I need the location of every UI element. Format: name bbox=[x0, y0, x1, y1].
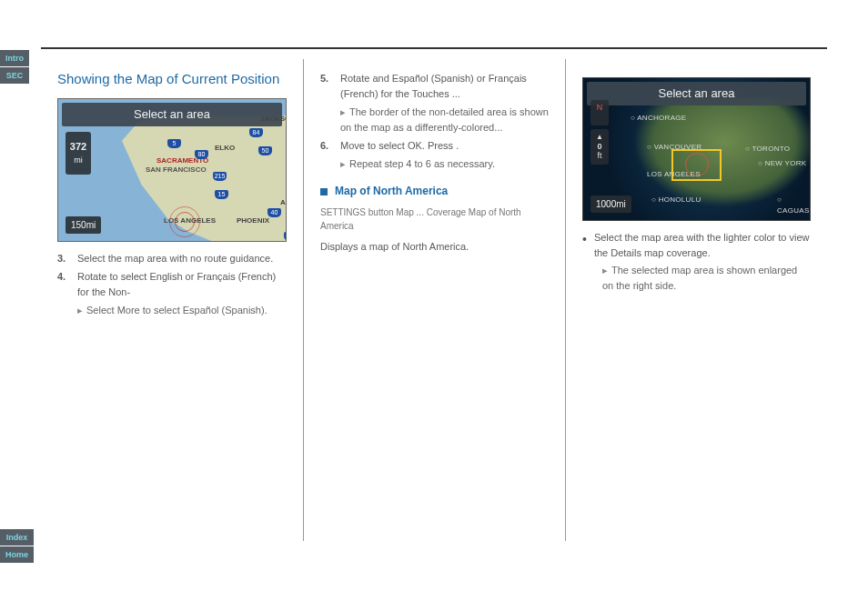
step-4: 4. Rotate to select English or Français … bbox=[57, 269, 287, 300]
map-mock-1: Select an area 372 mi 150mi SACRAMENTO S… bbox=[57, 98, 287, 242]
figure-map-na: Select an area N ▲ 0 ft 1000mi ○ ANCHORA… bbox=[582, 77, 811, 221]
step-3: 3. Select the map area with no route gui… bbox=[57, 251, 287, 266]
step-5-sub: The border of the non-detailed area is s… bbox=[340, 105, 549, 135]
hwy-215: 215 bbox=[213, 172, 227, 181]
col1-heading: Showing the Map of Current Position bbox=[57, 68, 287, 89]
distance-value: 372 bbox=[67, 139, 89, 155]
hwy-40: 40 bbox=[267, 208, 281, 217]
col3-bullet-text: Select the map area with the lighter col… bbox=[594, 230, 811, 261]
label-jackson: JACKSON bbox=[260, 114, 287, 125]
step-5: 5. Rotate and Español (Spanish) or Franç… bbox=[320, 71, 549, 102]
step-6-text: Move to select OK. Press . bbox=[340, 138, 549, 154]
step-5-num: 5. bbox=[320, 71, 335, 102]
col3-arrow-sub: The selected map area is shown enlarged … bbox=[602, 263, 811, 294]
north-body: Displays a map of North America. bbox=[320, 239, 549, 255]
label-honolulu: ○ HONOLULU bbox=[651, 195, 701, 205]
step-3-text: Select the map area with no route guidan… bbox=[77, 251, 287, 266]
figure-map-current: Select an area 372 mi 150mi SACRAMENTO S… bbox=[57, 98, 287, 242]
step-6-sub: Repeat step 4 to 6 as necessary. bbox=[340, 156, 549, 172]
hwy-84: 84 bbox=[249, 128, 263, 137]
map-mock-2: Select an area N ▲ 0 ft 1000mi ○ ANCHORA… bbox=[582, 77, 811, 221]
home-tab[interactable]: Home bbox=[0, 546, 34, 563]
step-4-sub: Select More to select Español (Spanish). bbox=[77, 303, 287, 318]
step-3-num: 3. bbox=[57, 251, 72, 266]
step-6-num: 6. bbox=[320, 138, 335, 154]
intro-tab[interactable]: Intro bbox=[0, 50, 29, 66]
map2-title: Select an area bbox=[587, 82, 806, 105]
label-phoenix: PHOENIX bbox=[237, 215, 269, 226]
step-4-text: Rotate to select English or Français (Fr… bbox=[77, 269, 287, 300]
map2-scale: 1000mi bbox=[590, 195, 631, 214]
cursor-ring-outer bbox=[169, 206, 200, 237]
zoom-value: 0 bbox=[593, 142, 606, 152]
map1-title: Select an area bbox=[62, 103, 282, 126]
label-caguas: ○ CAGUAS bbox=[777, 195, 810, 217]
column-1: Showing the Map of Current Position Sele… bbox=[41, 59, 303, 541]
hwy-50: 50 bbox=[258, 146, 272, 155]
hwy-5: 5 bbox=[167, 139, 181, 148]
hwy-80: 80 bbox=[195, 150, 208, 159]
label-toronto: ○ TORONTO bbox=[745, 144, 790, 155]
distance-unit: mi bbox=[67, 155, 89, 167]
content-columns: Showing the Map of Current Position Sele… bbox=[41, 59, 827, 541]
label-elko: ELKO bbox=[215, 143, 235, 154]
north-america-heading: Map of North America bbox=[320, 183, 549, 200]
step-6: 6. Move to select OK. Press . bbox=[320, 138, 549, 154]
compass-icon: N bbox=[590, 100, 609, 125]
label-vancouver: ○ VANCOUVER bbox=[647, 142, 701, 153]
hwy-15: 15 bbox=[215, 190, 228, 199]
north-nav-path: SETTINGS button Map ... Coverage Map of … bbox=[320, 205, 549, 234]
step-4-num: 4. bbox=[57, 269, 72, 300]
map1-scale: 150mi bbox=[66, 216, 101, 235]
zoom-unit: ft bbox=[593, 151, 606, 161]
label-la2: LOS ANGELES bbox=[647, 169, 701, 180]
label-anchorage: ○ ANCHORAGE bbox=[631, 113, 686, 124]
column-3: Select an area N ▲ 0 ft 1000mi ○ ANCHORA… bbox=[565, 59, 827, 541]
north-america-heading-text: Map of North America bbox=[335, 183, 448, 200]
bullet-icon bbox=[582, 230, 589, 261]
page-top-rule bbox=[41, 47, 827, 49]
zoom-indicator: ▲ 0 ft bbox=[590, 129, 609, 165]
column-2: 5. Rotate and Español (Spanish) or Franç… bbox=[303, 59, 565, 541]
index-tab[interactable]: Index bbox=[0, 529, 34, 546]
step-5-text: Rotate and Español (Spanish) or Français… bbox=[340, 71, 549, 102]
left-sidebar-bottom: Index Home bbox=[0, 529, 34, 564]
label-sanfran: SAN FRANCISCO bbox=[146, 165, 207, 175]
sec-tab[interactable]: SEC bbox=[0, 67, 29, 84]
label-newyork: ○ NEW YORK bbox=[758, 158, 806, 169]
left-sidebar: Intro SEC bbox=[0, 50, 29, 85]
col3-bullet: Select the map area with the lighter col… bbox=[582, 230, 811, 261]
distance-indicator: 372 mi bbox=[66, 132, 91, 175]
label-albuq: ALBU... bbox=[280, 197, 287, 208]
